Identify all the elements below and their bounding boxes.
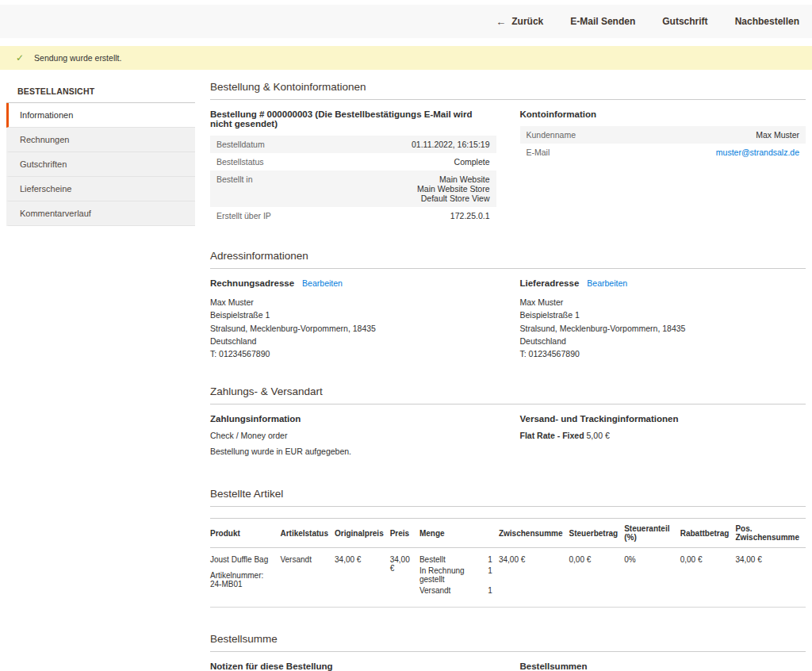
order-info-table: Bestelldatum 01.11.2022, 16:15:19 Bestel…	[210, 136, 496, 224]
item-tax-percent: 0%	[624, 548, 680, 608]
reorder-button[interactable]: Nachbestellen	[735, 16, 799, 27]
table-row: Kundenname Max Muster	[520, 126, 806, 144]
payment-currency-note: Bestellung wurde in EUR aufgegeben.	[210, 447, 496, 456]
customer-name: Max Muster	[649, 126, 806, 144]
item-product-name: Joust Duffle Bag	[210, 555, 274, 564]
section-items: Bestellte Artikel Produkt Artikelstatus …	[210, 488, 806, 608]
table-row: E-Mail muster@strandsalz.de	[520, 144, 806, 161]
section-title-order-total: Bestellsumme	[210, 633, 806, 652]
shipping-address-heading: Lieferadresse	[520, 278, 580, 288]
row-value: 01.11.2022, 16:15:19	[339, 136, 496, 153]
billing-address: Max Muster Beispielstraße 1 Stralsund, M…	[210, 296, 496, 360]
row-label: Bestellstatus	[210, 153, 339, 171]
section-addresses: Adressinformationen Rechnungsadresse Bea…	[210, 250, 806, 360]
section-order-total: Bestellsumme Notizen für diese Bestellun…	[210, 633, 806, 671]
section-title-items: Bestellte Artikel	[210, 488, 806, 507]
section-title-addresses: Adressinformationen	[210, 250, 806, 269]
row-label: E-Mail	[520, 144, 649, 161]
item-discount: 0,00 €	[680, 548, 736, 608]
sidebar-item-kommentarverlauf[interactable]: Kommentarverlauf	[6, 201, 195, 226]
section-payment-shipping: Zahlungs- & Versandart Zahlungsinformati…	[210, 385, 806, 462]
row-label: Erstellt über IP	[210, 207, 339, 224]
col-header: Menge	[419, 519, 499, 548]
item-product-cell: Joust Duffle Bag Artikelnummer: 24-MB01	[210, 548, 280, 608]
shipping-heading: Versand- und Trackinginformationen	[520, 414, 806, 424]
back-button-label: Zurück	[511, 16, 543, 27]
payment-method: Check / Money order	[210, 431, 496, 440]
col-header: Originalpreis	[335, 519, 390, 548]
sidebar-item-rechnungen[interactable]: Rechnungen	[6, 128, 195, 152]
shipping-method: Flat Rate - Fixed 5,00 €	[520, 431, 806, 440]
credit-memo-button[interactable]: Gutschrift	[662, 16, 707, 27]
table-row: Bestellt in Main Website Main Website St…	[210, 171, 496, 207]
col-header: Preis	[390, 519, 419, 548]
row-value: Complete	[339, 153, 496, 171]
item-status: Versandt	[280, 548, 335, 608]
billing-edit-link[interactable]: Bearbeiten	[302, 278, 343, 288]
order-notes-heading: Notizen für diese Bestellung	[210, 661, 496, 671]
col-header: Zwischensumme	[499, 519, 569, 548]
items-table: Produkt Artikelstatus Originalpreis Prei…	[210, 518, 806, 608]
col-header: Pos. Zwischensumme	[735, 519, 806, 548]
item-tax-amount: 0,00 €	[569, 548, 625, 608]
shipping-edit-link[interactable]: Bearbeiten	[587, 278, 627, 288]
item-original-price: 34,00 €	[335, 548, 390, 608]
col-header: Rabattbetrag	[680, 519, 736, 548]
col-header: Steuerbetrag	[569, 519, 625, 548]
customer-email-link[interactable]: muster@strandsalz.de	[716, 148, 799, 157]
order-heading: Bestellung # 000000003 (Die Bestellbestä…	[210, 109, 496, 128]
item-row: Joust Duffle Bag Artikelnummer: 24-MB01 …	[210, 548, 806, 608]
item-qty-cell: Bestellt1 In Rechnung gestellt1 Versandt…	[419, 548, 499, 608]
sidebar-item-informationen[interactable]: Informationen	[6, 103, 195, 128]
back-arrow-icon: ←	[496, 16, 506, 28]
table-row: Erstellt über IP 172.25.0.1	[210, 207, 496, 224]
back-button[interactable]: ← Zurück	[496, 16, 543, 28]
sidebar-title: BESTELLANSICHT	[6, 81, 195, 103]
row-value: Main Website Main Website Store Default …	[339, 171, 496, 207]
success-message-text: Sendung wurde erstellt.	[34, 53, 121, 63]
table-row: Bestelldatum 01.11.2022, 16:15:19	[210, 136, 496, 153]
item-row-total: 34,00 €	[735, 548, 806, 608]
items-header-row: Produkt Artikelstatus Originalpreis Prei…	[210, 519, 806, 548]
payment-heading: Zahlungsinformation	[210, 414, 496, 424]
row-value: muster@strandsalz.de	[649, 144, 806, 161]
success-message: ✓ Sendung wurde erstellt.	[0, 46, 812, 70]
item-price: 34,00 €	[390, 548, 419, 608]
section-title-payment-shipping: Zahlungs- & Versandart	[210, 385, 806, 405]
account-info-table: Kundenname Max Muster E-Mail muster@stra…	[520, 126, 806, 161]
sidebar-item-gutschriften[interactable]: Gutschriften	[6, 152, 195, 177]
row-label: Bestelldatum	[210, 136, 339, 153]
account-heading: Kontoinformation	[520, 109, 806, 119]
checkmark-icon: ✓	[16, 52, 24, 63]
col-header: Produkt	[210, 519, 280, 548]
shipping-address: Max Muster Beispielstraße 1 Stralsund, M…	[520, 296, 806, 360]
col-header: Steueranteil (%)	[624, 519, 680, 548]
order-totals-heading: Bestellsummen	[520, 661, 806, 671]
row-value: 172.25.0.1	[339, 207, 496, 224]
item-sku: Artikelnummer: 24-MB01	[210, 571, 274, 589]
page-action-bar: ← Zurück E-Mail Senden Gutschrift Nachbe…	[0, 5, 812, 38]
row-label: Bestellt in	[210, 171, 339, 207]
order-view-sidebar: BESTELLANSICHT Informationen Rechnungen …	[6, 81, 195, 671]
send-email-button[interactable]: E-Mail Senden	[570, 16, 635, 27]
item-subtotal: 34,00 €	[499, 548, 569, 608]
row-label: Kundenname	[520, 126, 649, 144]
table-row: Bestellstatus Complete	[210, 153, 496, 171]
section-order-account: Bestellung & Kontoinformationen Bestellu…	[210, 81, 806, 224]
section-title-order-account: Bestellung & Kontoinformationen	[210, 81, 806, 100]
col-header: Artikelstatus	[280, 519, 335, 548]
sidebar-item-lieferscheine[interactable]: Lieferscheine	[6, 177, 195, 201]
billing-address-heading: Rechnungsadresse	[210, 278, 294, 288]
